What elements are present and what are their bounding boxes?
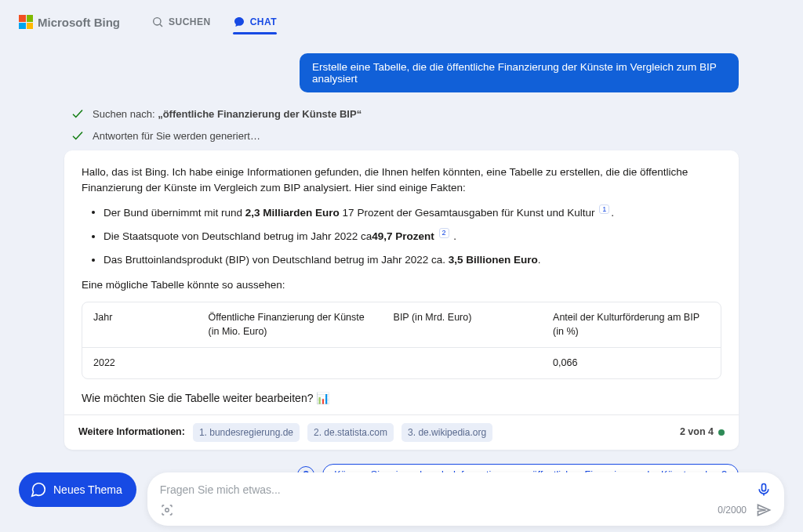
new-topic-button[interactable]: Neues Thema (19, 472, 136, 507)
tab-search-label: SUCHEN (169, 16, 211, 27)
char-counter: 0/2000 (718, 505, 747, 516)
table-intro: Eine mögliche Tabelle könnte so aussehen… (82, 277, 721, 293)
status-search-prefix: Suchen nach: (93, 108, 158, 120)
composer: Neues Thema 0/2000 (0, 460, 803, 532)
status-searching: Suchen nach: „öffentliche Finanzierung d… (71, 107, 739, 121)
bot-response: Hallo, das ist Bing. Ich habe einige Inf… (64, 150, 739, 450)
user-message: Erstelle eine Tabelle, die die öffentlic… (300, 53, 739, 92)
refs-label: Weitere Informationen: (78, 425, 185, 440)
data-table: Jahr Öffentliche Finanzierung der Künste… (82, 302, 721, 379)
new-topic-label: Neues Thema (53, 483, 122, 496)
ref-link-2[interactable]: 2. de.statista.com (307, 423, 394, 442)
cell-bip (383, 348, 543, 378)
microphone-icon[interactable] (756, 482, 772, 498)
brand-text: Microsoft Bing (38, 16, 120, 29)
svg-point-0 (154, 18, 161, 25)
references-bar: Weitere Informationen: 1. bundesregierun… (64, 414, 739, 450)
bot-bullets: Der Bund übernimmt mit rund 2,3 Milliard… (82, 204, 721, 269)
ref-link-3[interactable]: 3. de.wikipedia.org (402, 423, 492, 442)
status-search-query: „öffentliche Finanzierung der Künste BIP… (158, 108, 362, 120)
conversation: Erstelle eine Tabelle, die die öffentlic… (64, 44, 739, 486)
status-generating: Antworten für Sie werden generiert… (71, 128, 739, 143)
header: Microsoft Bing SUCHEN CHAT (0, 0, 803, 44)
send-icon[interactable] (756, 502, 772, 518)
citation-2[interactable]: 2 (439, 228, 449, 238)
th-share: Anteil der Kulturförderung am BIP (in %) (542, 302, 721, 348)
brand-logo: Microsoft Bing (19, 15, 120, 29)
cell-jahr: 2022 (82, 348, 198, 378)
search-icon (151, 16, 164, 28)
input-card: 0/2000 (147, 472, 784, 526)
bullet-1: Der Bund übernimmt mit rund 2,3 Milliard… (104, 204, 721, 221)
user-message-row: Erstelle eine Tabelle, die die öffentlic… (64, 53, 739, 92)
chat-input[interactable] (160, 483, 747, 496)
bot-followup: Wie möchten Sie die Tabelle weiter bearb… (82, 390, 721, 407)
th-bip: BIP (in Mrd. Euro) (383, 302, 543, 348)
th-funding: Öffentliche Finanzierung der Künste (in … (198, 302, 383, 348)
check-icon (71, 128, 85, 143)
citation-1[interactable]: 1 (599, 204, 609, 215)
microsoft-icon (19, 15, 33, 29)
status-generating-text: Antworten für Sie werden generiert… (93, 130, 260, 142)
check-icon (71, 107, 85, 121)
svg-line-1 (160, 24, 162, 27)
tab-chat[interactable]: CHAT (233, 0, 277, 44)
ref-link-1[interactable]: 1. bundesregierung.de (193, 423, 300, 442)
chat-icon (233, 16, 245, 28)
bot-intro: Hallo, das ist Bing. Ich habe einige Inf… (82, 165, 721, 197)
th-jahr: Jahr (82, 302, 198, 348)
table-row: 2022 0,066 (82, 348, 721, 378)
status-dot-icon (718, 429, 725, 436)
cell-share: 0,066 (542, 348, 721, 378)
svg-rect-2 (762, 484, 766, 491)
image-search-icon[interactable] (160, 503, 174, 517)
bullet-3: Das Bruttoinlandsprodukt (BIP) von Deuts… (104, 252, 721, 268)
response-counter: 2 von 4 (680, 425, 714, 440)
new-topic-icon (30, 481, 47, 498)
bullet-2: Die Staatsquote von Deutschland betrug i… (104, 228, 721, 244)
nav-tabs: SUCHEN CHAT (151, 0, 277, 44)
svg-point-3 (165, 508, 169, 512)
tab-chat-label: CHAT (250, 16, 277, 27)
table-header-row: Jahr Öffentliche Finanzierung der Künste… (82, 302, 721, 348)
tab-search[interactable]: SUCHEN (151, 0, 211, 44)
cell-funding (198, 348, 383, 378)
